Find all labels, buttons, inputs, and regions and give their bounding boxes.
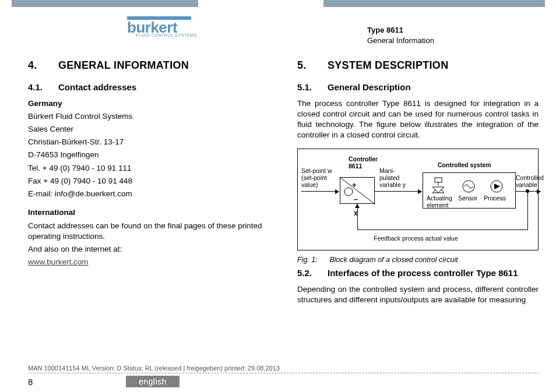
address-fax: Fax + 49 (0) 7940 - 10 91 448 bbox=[28, 176, 269, 186]
controller-box: + – bbox=[340, 177, 375, 204]
arrow-setpoint bbox=[301, 191, 339, 192]
svg-rect-2 bbox=[435, 178, 442, 182]
controlled-variable-label: Controlled variable bbox=[516, 175, 544, 188]
international-contact-block: International Contact addresses can be f… bbox=[28, 207, 269, 267]
heading-number: 5.1. bbox=[297, 82, 328, 93]
setpoint-label: Set-point w (set-point value) bbox=[301, 168, 332, 188]
type-label: Type 8611 bbox=[367, 25, 434, 36]
right-column: 5. SYSTEM DESCRIPTION 5.1. General Descr… bbox=[297, 58, 539, 357]
address-tel: Tel. + 49 (0) 7940 - 10 91 111 bbox=[28, 163, 269, 174]
left-column: 4. GENERAL INFORMATION 4.1. Contact addr… bbox=[28, 58, 269, 357]
block-diagram: Set-point w (set-point value) Controller… bbox=[297, 149, 539, 250]
address-line: Christian-Bürkert-Str. 13-17 bbox=[28, 137, 269, 147]
section-5-heading: 5. SYSTEM DESCRIPTION bbox=[297, 58, 539, 72]
process-label: Process bbox=[484, 195, 506, 202]
figure-number: Fig. 1: bbox=[297, 255, 328, 265]
heading-title: SYSTEM DESCRIPTION bbox=[328, 58, 448, 72]
logo-word: burkert bbox=[127, 21, 203, 34]
actuating-label: Actuating element bbox=[427, 195, 452, 209]
sensor-label: Sensor bbox=[458, 195, 477, 202]
controller-label: Controller 8611 bbox=[349, 156, 378, 169]
language-pill: english bbox=[126, 376, 180, 387]
controlled-system-box: Actuating element Sensor Process bbox=[423, 172, 516, 209]
stripe-left bbox=[12, 0, 198, 7]
content-columns: 4. GENERAL INFORMATION 4.1. Contact addr… bbox=[28, 58, 539, 357]
heading-number: 4. bbox=[28, 58, 58, 72]
logo-tagline: FLUID CONTROL SYSTEMS bbox=[127, 33, 197, 37]
germany-heading: Germany bbox=[28, 98, 269, 109]
address-line: Sales Center bbox=[28, 124, 269, 135]
section-label: General Information bbox=[367, 36, 434, 46]
plus-sign: + bbox=[352, 180, 357, 190]
section-5-2-heading: 5.2. Interfaces of the process controlle… bbox=[297, 267, 539, 279]
section-4-heading: 4. GENERAL INFORMATION bbox=[28, 58, 269, 72]
burkert-website-link[interactable]: www.burkert.com bbox=[28, 257, 89, 266]
top-color-bars bbox=[0, 0, 556, 7]
valve-icon bbox=[430, 176, 446, 194]
heading-title: Contact addresses bbox=[58, 82, 269, 93]
page-footer: MAN 1000141154 ML Version: D Status: RL … bbox=[28, 365, 539, 387]
figure-caption-text: Block diagram of a closed control circui… bbox=[329, 256, 458, 264]
germany-contact-block: Germany Bürkert Fluid Control Systems Sa… bbox=[28, 98, 269, 200]
address-email: E-mail: info@de.buerkert.com bbox=[28, 189, 269, 199]
heading-title: General Description bbox=[328, 82, 539, 93]
controlled-system-label: Controlled system bbox=[438, 162, 491, 169]
address-line: Bürkert Fluid Control Systems bbox=[28, 111, 269, 122]
arrow-manipulated bbox=[375, 191, 421, 192]
footer-meta: MAN 1000141154 ML Version: D Status: RL … bbox=[28, 365, 539, 373]
manipulated-label: Mani- pulated variable y bbox=[379, 168, 406, 188]
international-heading: International bbox=[28, 207, 269, 218]
x-label: x bbox=[354, 209, 358, 218]
minus-sign: – bbox=[354, 194, 358, 204]
footer-row: 8 english bbox=[28, 376, 539, 387]
heading-number: 4.1. bbox=[28, 82, 58, 93]
page-header: burkert FLUID CONTROL SYSTEMS Type 8611 … bbox=[0, 16, 556, 51]
process-icon bbox=[490, 179, 504, 193]
header-right: Type 8611 General Information bbox=[367, 25, 434, 46]
section-5-1-heading: 5.1. General Description bbox=[297, 82, 539, 93]
feedback-line-across bbox=[357, 229, 528, 230]
arrow-up-icon bbox=[355, 204, 360, 208]
stripe-right bbox=[323, 0, 545, 7]
international-text: Contact addresses can be found on the fi… bbox=[28, 221, 269, 242]
general-description-text: The process controller Type 8611 is desi… bbox=[297, 98, 539, 141]
heading-title: Interfaces of the process controller Typ… bbox=[328, 267, 539, 279]
page-number: 8 bbox=[28, 377, 126, 387]
sensor-icon bbox=[462, 179, 476, 193]
section-4-1-heading: 4.1. Contact addresses bbox=[28, 82, 269, 93]
address-line: D-74653 Ingelfingen bbox=[28, 150, 269, 160]
heading-number: 5.2. bbox=[297, 267, 328, 279]
burkert-logo: burkert FLUID CONTROL SYSTEMS bbox=[127, 16, 203, 37]
svg-point-1 bbox=[344, 188, 353, 196]
feedback-line-down bbox=[527, 191, 528, 229]
figure-caption: Fig. 1: Block diagram of a closed contro… bbox=[297, 255, 539, 265]
feedback-label: Feedback process actual value bbox=[374, 235, 458, 242]
international-text: And also on the internet at: bbox=[28, 244, 269, 255]
interfaces-text: Depending on the controlled system and p… bbox=[297, 284, 539, 305]
heading-title: GENERAL INFORMATION bbox=[58, 58, 189, 72]
heading-number: 5. bbox=[297, 58, 328, 72]
